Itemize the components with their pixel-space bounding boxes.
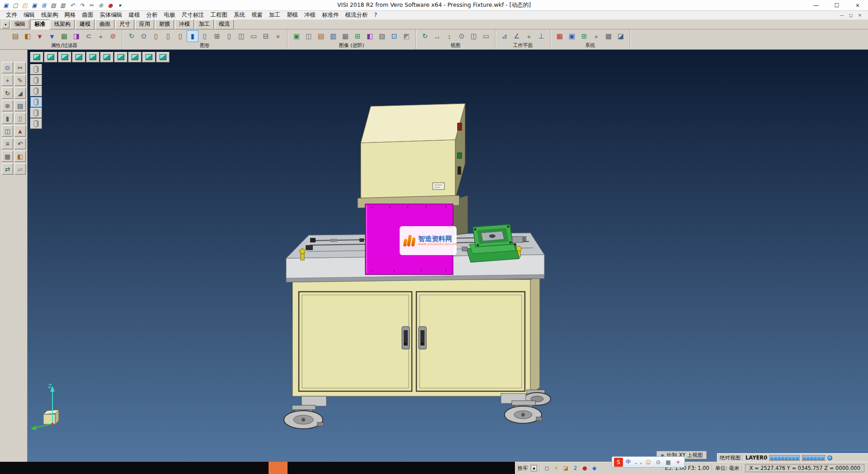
view-bottom[interactable] — [58, 52, 71, 62]
layer-filter-icon[interactable]: ▦ — [58, 30, 70, 42]
trim-icon[interactable]: ◢ — [14, 87, 26, 99]
shaded-mode-icon[interactable]: ▮ — [187, 30, 198, 42]
view-iso-se[interactable] — [156, 52, 170, 62]
solid-icon[interactable]: ▮ — [2, 113, 13, 124]
menu-item[interactable]: 分析 — [143, 11, 161, 19]
menu-item[interactable]: 工程图 — [208, 11, 231, 19]
view-right[interactable] — [114, 52, 127, 62]
background-icon[interactable]: ▨ — [376, 30, 388, 42]
workplane-angle-icon[interactable]: ∠ — [511, 30, 523, 42]
menu-item[interactable]: 冲模 — [301, 11, 319, 19]
menu-item[interactable]: 实体编辑 — [97, 11, 126, 19]
edit-icon[interactable]: ✎ — [14, 75, 26, 86]
sogou-logo[interactable]: S — [614, 458, 623, 467]
zoom-view-icon[interactable]: ↕ — [443, 30, 455, 42]
mask-icon[interactable]: ◩ — [401, 30, 412, 42]
shadow-icon[interactable]: ▦ — [340, 30, 351, 42]
redraw-icon[interactable]: ↻ — [126, 30, 137, 42]
ime-punctuation[interactable]: 。, — [634, 458, 643, 467]
cut-entity-icon[interactable]: ✂ — [14, 62, 26, 73]
ribbon-tab[interactable]: 模流 — [215, 19, 234, 29]
menu-item[interactable]: 曲面 — [79, 11, 97, 19]
note-icon[interactable]: ▱ — [14, 163, 26, 175]
minimize-button[interactable]: — — [806, 0, 826, 10]
print-icon[interactable]: ▤ — [49, 1, 57, 9]
ribbon-tab[interactable]: 线架构 — [50, 19, 75, 29]
document-icon[interactable]: ▯ — [14, 113, 26, 124]
menu-item[interactable]: 编辑 — [20, 11, 38, 19]
layers-icon[interactable]: ≡ — [2, 138, 13, 149]
workplane-normal-icon[interactable]: ⊥ — [535, 30, 547, 42]
ribbon-tab[interactable]: 标准 — [30, 19, 49, 29]
paint-attributes-icon[interactable]: ◧ — [22, 30, 33, 42]
menu-item[interactable]: 线架构 — [38, 11, 61, 19]
split-viewport-icon[interactable]: ◫ — [468, 30, 480, 42]
ime-keyboard[interactable]: ▦ — [664, 458, 673, 467]
workplane-new-icon[interactable]: + — [523, 30, 535, 42]
view-iso-ne[interactable] — [128, 52, 142, 62]
menu-item[interactable]: ? — [371, 11, 381, 19]
display-shaded[interactable] — [30, 86, 42, 96]
erase-graphics-icon[interactable]: × — [272, 30, 284, 42]
grid-icon[interactable]: ▦ — [2, 151, 13, 162]
render-icon[interactable]: ▣ — [291, 30, 302, 42]
dashed-hidden-icon[interactable]: ▯ — [175, 30, 186, 42]
qat-more-icon[interactable]: ▾ — [116, 1, 124, 9]
color-filter-icon[interactable]: ◨ — [71, 30, 82, 42]
ribbon-tab[interactable]: 加工 — [195, 19, 214, 29]
light-icon[interactable]: ☀ — [552, 465, 560, 472]
grid-box-icon[interactable]: ⊞ — [211, 30, 223, 42]
texture-icon[interactable]: ▤ — [315, 30, 327, 42]
exchange-icon[interactable]: ⇄ — [2, 163, 13, 175]
menu-item[interactable]: 文件 — [3, 11, 20, 19]
mdi-close-button[interactable]: × — [855, 13, 864, 18]
view-mode-label[interactable]: 绝对视图 — [720, 455, 741, 461]
rotate-view-icon[interactable]: ↻ — [419, 30, 431, 42]
ribbon-tab[interactable]: 尺寸 — [115, 19, 134, 29]
system-display-icon[interactable]: ▣ — [566, 30, 578, 42]
menu-item[interactable]: 视窗 — [248, 11, 266, 19]
menu-item[interactable]: 加工 — [266, 11, 283, 19]
settings-icon[interactable]: ⊛ — [97, 1, 105, 9]
camera-icon[interactable]: ⊞ — [352, 30, 363, 42]
save-all-icon[interactable]: ⊞ — [40, 1, 48, 9]
workplane-3pt-icon[interactable]: ⊿ — [499, 30, 510, 42]
display-shaded-edges[interactable] — [30, 97, 42, 107]
ribbon-tab[interactable]: 编辑 — [10, 19, 29, 29]
menu-item[interactable]: 网格 — [61, 11, 79, 19]
count-badge[interactable]: 2 — [571, 465, 579, 472]
folder-icon[interactable]: ◪ — [562, 465, 570, 472]
info-icon[interactable]: ◆ — [590, 465, 598, 472]
reduce-icon[interactable]: ⊟ — [260, 30, 272, 42]
view-iso-nw[interactable] — [142, 52, 156, 62]
view-iso[interactable] — [30, 52, 43, 62]
display-hidden-line[interactable] — [30, 75, 42, 85]
select-lock-icon[interactable]: ◻ — [543, 465, 551, 472]
view-left[interactable] — [100, 52, 113, 62]
palette-icon[interactable]: ◧ — [14, 151, 26, 162]
filter-red-icon[interactable]: ▼ — [34, 30, 46, 42]
record-dot-icon[interactable]: ● — [581, 465, 589, 472]
ribbon-tab[interactable]: 冲模 — [175, 19, 194, 29]
menu-item[interactable]: 电极 — [161, 11, 179, 19]
rotate-icon[interactable]: ↻ — [2, 87, 13, 99]
single-viewport-icon[interactable]: ▭ — [480, 30, 492, 42]
pin-toggle[interactable]: ▪ — [531, 465, 537, 471]
tone-icon[interactable]: ◧ — [364, 30, 376, 42]
thin-solid-icon[interactable]: ▯ — [223, 30, 235, 42]
preview-icon[interactable]: ▥ — [59, 1, 67, 9]
system-calculator-icon[interactable]: ⊞ — [578, 30, 590, 42]
ime-toolbox[interactable]: + — [674, 458, 683, 467]
app-icon[interactable]: ▣ — [2, 1, 10, 9]
tab-menu-button[interactable]: ▾ — [2, 21, 9, 28]
taskbar-app-sliver[interactable] — [269, 462, 288, 474]
system-config-icon[interactable]: ◪ — [615, 30, 627, 42]
maximize-button[interactable]: ☐ — [826, 0, 847, 10]
wireframe-icon[interactable]: ▯ — [150, 30, 162, 42]
hidden-line-icon[interactable]: ▯ — [162, 30, 174, 42]
mdi-restore-button[interactable]: ◻ — [846, 13, 855, 18]
flag-icon[interactable]: ▲ — [14, 125, 26, 137]
chain-select-icon[interactable]: ⊂ — [83, 30, 94, 42]
ribbon-tab[interactable]: 曲面 — [95, 19, 114, 29]
view-front[interactable] — [72, 52, 85, 62]
